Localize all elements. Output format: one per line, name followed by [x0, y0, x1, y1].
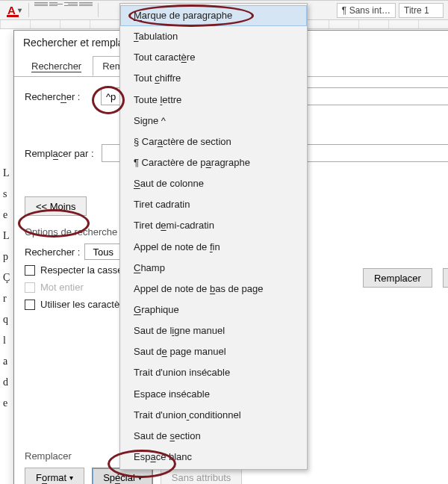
special-menu-item[interactable]: Signe ^ [120, 111, 307, 131]
special-menu-item[interactable]: Tabulation [120, 26, 307, 47]
replace-button[interactable]: Remplacer [363, 268, 432, 288]
checkbox-case[interactable] [25, 265, 35, 276]
format-button[interactable]: Format▾ [25, 468, 84, 484]
special-menu-item[interactable]: Tout chiffre [120, 68, 307, 89]
special-menu-item[interactable]: Saut de page manuel [120, 341, 307, 362]
action-buttons: Remplacer Remplacer tout [363, 268, 448, 288]
special-menu-item[interactable]: Marque de paragraphe [120, 5, 307, 26]
special-menu-item[interactable]: Graphique [120, 300, 307, 320]
special-menu: Marque de paragrapheTabulationTout carac… [119, 3, 308, 470]
separator [98, 3, 99, 17]
paragraph-align-group[interactable] [31, 1, 96, 19]
replace-all-button[interactable]: Remplacer tout [443, 268, 448, 288]
tab-search[interactable]: Rechercher [22, 56, 91, 76]
special-menu-item[interactable]: Saut de colonne [120, 173, 307, 194]
special-button[interactable]: Spécial▾ [92, 468, 153, 484]
special-menu-item[interactable]: Tiret cadratin [120, 194, 307, 215]
special-menu-item[interactable]: Trait d'union insécable [120, 362, 307, 383]
special-menu-item[interactable]: Appel de note de fin [120, 237, 307, 258]
checkbox-whole-word-label: Mot entier [40, 282, 84, 293]
style-gallery-item[interactable]: ¶ Sans int… [337, 3, 396, 18]
special-menu-item[interactable]: Espace insécable [120, 384, 307, 405]
special-menu-item[interactable]: Toute lettre [120, 90, 307, 111]
checkbox-case-label: Respecter la casse [40, 264, 123, 276]
replace-label: Remplacer par : [25, 148, 94, 159]
separator [28, 3, 29, 17]
special-menu-item[interactable]: Champ [120, 258, 307, 279]
font-color-button[interactable]: A▾ [3, 1, 26, 19]
special-menu-item[interactable]: Espace blanc [120, 447, 307, 468]
style-gallery-item[interactable]: Titre 1 [399, 3, 444, 18]
less-options-button[interactable]: << Moins [25, 196, 87, 216]
document-body-hints: Lse LpÇ rql ade [3, 163, 10, 414]
special-menu-item[interactable]: Tout caractère [120, 47, 307, 68]
search-label: Rechercher : [25, 91, 93, 102]
special-menu-item[interactable]: § Caractère de section [120, 131, 307, 152]
special-menu-item[interactable]: Saut de ligne manuel [120, 320, 307, 341]
no-formatting-button: Sans attributs [161, 468, 243, 484]
checkbox-whole-word [25, 282, 35, 293]
special-menu-item[interactable]: Saut de section [120, 426, 307, 447]
checkbox-wildcards[interactable] [25, 300, 35, 310]
special-menu-item[interactable]: Trait d'union conditionnel [120, 405, 307, 426]
special-menu-item[interactable]: ¶ Caractère de paragraphe [120, 152, 307, 173]
search-scope-label: Rechercher : [25, 246, 80, 258]
special-menu-item[interactable]: Tiret demi-cadratin [120, 215, 307, 236]
special-menu-item[interactable]: Appel de note de bas de page [120, 279, 307, 300]
